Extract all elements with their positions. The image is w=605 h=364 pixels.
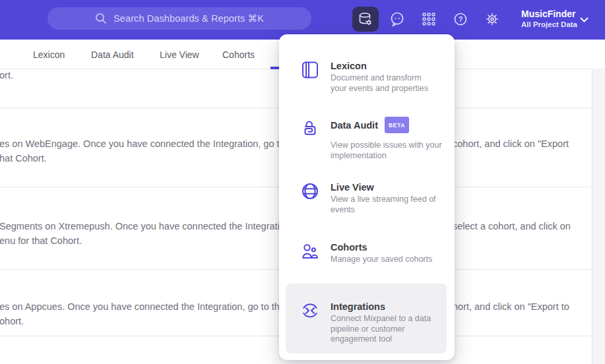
menu-item-lexicon[interactable]: Lexicon Document and transform your even… [300, 59, 443, 94]
menu-item-description: View possible issues with your implement… [331, 140, 444, 161]
beta-badge: BETA [385, 117, 409, 133]
menu-item-label: Integrations [331, 300, 443, 313]
data-management-button[interactable] [352, 7, 379, 32]
page-text-fragment: hort, and click on "Export to [453, 301, 569, 312]
search-placeholder: Search Dashboards & Reports ⌘K [113, 13, 264, 24]
page-text-fragment: Segments on Xtremepush. Once you have co… [0, 221, 293, 231]
menu-item-description: Manage your saved cohorts [331, 255, 444, 265]
chevron-down-icon[interactable] [580, 17, 589, 22]
sync-arrows-icon [300, 301, 320, 320]
page-text-fragment: es on Appcues. Once you have connected t… [0, 301, 296, 312]
project-switcher[interactable]: MusicFinder All Project Data [521, 8, 577, 29]
feedback-button[interactable] [384, 7, 410, 32]
tab-live-view[interactable]: Live View [160, 49, 199, 60]
settings-button[interactable] [479, 7, 505, 32]
project-subtitle: All Project Data [521, 20, 577, 29]
menu-item-label: Live View [331, 181, 443, 194]
tab-cohorts[interactable]: Cohorts [222, 49, 255, 60]
menu-item-description: Document and transform your events and p… [331, 73, 444, 94]
help-icon: ? [453, 11, 468, 27]
feedback-icon [389, 11, 405, 27]
project-name: MusicFinder [521, 8, 577, 20]
apps-grid-button[interactable] [416, 7, 442, 32]
search-icon [95, 13, 107, 24]
tab-lexicon[interactable]: Lexicon [33, 49, 65, 60]
menu-item-description: View a live streaming feed of events [331, 195, 444, 215]
menu-item-label: Data AuditBETA [331, 118, 443, 135]
menu-item-cohorts[interactable]: Cohorts Manage your saved cohorts [300, 241, 443, 265]
data-management-icon [358, 11, 373, 27]
help-button[interactable]: ? [447, 7, 474, 32]
top-nav-bar: Search Dashboards & Reports ⌘K [0, 0, 605, 40]
lock-spiral-icon [300, 119, 320, 138]
menu-item-data-audit[interactable]: Data AuditBETA View possible issues with… [300, 118, 443, 161]
page-text-fragment: select a cohort, and click on [453, 221, 571, 231]
globe-icon [300, 181, 320, 201]
book-icon [300, 60, 320, 80]
tab-data-audit[interactable]: Data Audit [91, 49, 134, 60]
page-text-fragment: enu for that Cohort. [0, 235, 82, 246]
menu-item-live-view[interactable]: Live View View a live streaming feed of … [300, 181, 443, 215]
active-tab-indicator [271, 67, 280, 69]
menu-item-integrations[interactable]: Integrations Connect Mixpanel to a data … [300, 300, 443, 345]
menu-item-label: Lexicon [331, 59, 443, 73]
app-screen: ort. es on WebEngage. Once you have conn… [0, 0, 605, 364]
menu-item-description: Connect Mixpanel to a data pipeline or c… [331, 314, 444, 345]
page-right-gutter [592, 69, 605, 364]
page-text-fragment: ohort. [0, 316, 24, 326]
svg-text:?: ? [459, 15, 463, 23]
page-text-fragment: ort. [0, 70, 13, 80]
page-text-fragment: es on WebEngage. Once you have connected… [0, 138, 301, 149]
people-icon [300, 241, 320, 261]
settings-icon [484, 11, 500, 27]
menu-item-label: Cohorts [331, 241, 443, 254]
apps-grid-icon [421, 11, 437, 27]
page-text-fragment: cohort, and click on "Export [453, 138, 569, 149]
data-management-dropdown: Lexicon Document and transform your even… [279, 34, 455, 360]
page-text-fragment: hat Cohort. [0, 153, 47, 164]
search-input[interactable]: Search Dashboards & Reports ⌘K [48, 7, 311, 30]
